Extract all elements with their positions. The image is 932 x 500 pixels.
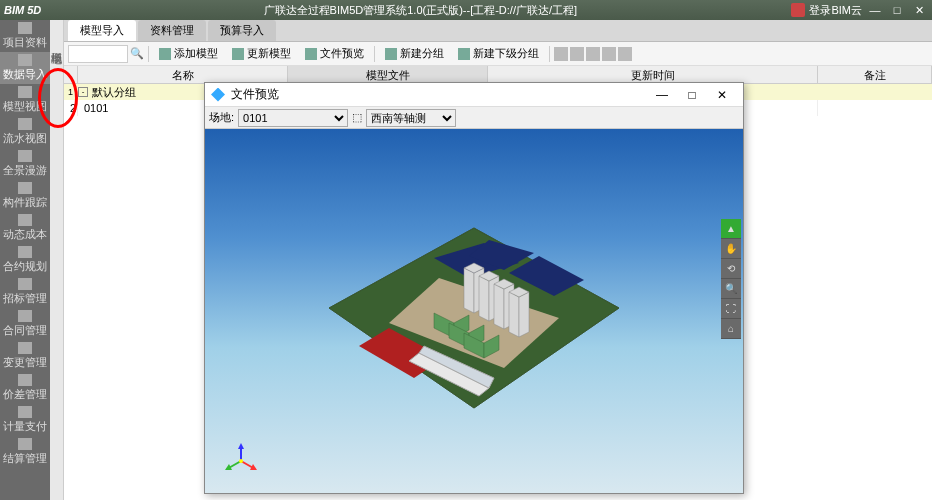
select-tool[interactable]: ▲ <box>721 219 741 239</box>
folder-plus-icon <box>385 48 397 60</box>
tool-icon-5[interactable] <box>618 47 632 61</box>
tool-icon-2[interactable] <box>570 47 584 61</box>
close-button[interactable]: ✕ <box>910 3 928 17</box>
avatar-icon[interactable] <box>791 3 805 17</box>
sidebar-item-contract[interactable]: 合约规划 <box>0 244 50 276</box>
sidebar-item-dataimport[interactable]: 数据导入 <box>0 52 50 84</box>
cloud-login[interactable]: 登录BIM云 <box>809 3 862 18</box>
th-file: 模型文件 <box>288 66 488 83</box>
sidebar-item-cost[interactable]: 动态成本 <box>0 212 50 244</box>
scene-label: 场地: <box>209 110 234 125</box>
sidebar-item-payment[interactable]: 计量支付 <box>0 404 50 436</box>
preview-max-button[interactable]: □ <box>677 88 707 102</box>
app-logo: BIM 5D <box>4 4 41 16</box>
viewport-tools: ▲ ✋ ⟲ 🔍 ⛶ ⌂ <box>721 219 741 339</box>
svg-marker-9 <box>479 276 489 321</box>
toolbar: 🔍 添加模型 更新模型 文件预览 新建分组 新建下级分组 <box>64 42 932 66</box>
tool-icon-1[interactable] <box>554 47 568 61</box>
minimize-button[interactable]: — <box>866 3 884 17</box>
collapse-icon[interactable]: - <box>78 87 88 97</box>
tool-icon-4[interactable] <box>602 47 616 61</box>
new-group-button[interactable]: 新建分组 <box>379 44 450 63</box>
preview-min-button[interactable]: — <box>647 88 677 102</box>
scene-select[interactable]: 0101 <box>238 109 348 127</box>
tool-icon-3[interactable] <box>586 47 600 61</box>
sidebar-item-pricediff[interactable]: 价差管理 <box>0 372 50 404</box>
sidebar-item-modelview[interactable]: 模型视图 <box>0 84 50 116</box>
window-title: 广联达全过程BIM5D管理系统1.0(正式版)--[工程-D://广联达/工程] <box>49 3 791 18</box>
import-icon <box>18 54 32 66</box>
pano-icon <box>18 150 32 162</box>
update-model-button[interactable]: 更新模型 <box>226 44 297 63</box>
svg-point-33 <box>239 459 243 463</box>
preview-titlebar[interactable]: 文件预览 — □ ✕ <box>205 83 743 107</box>
track-icon <box>18 182 32 194</box>
sidebar-item-agreement[interactable]: 合同管理 <box>0 308 50 340</box>
model-3d <box>319 218 629 418</box>
th-name: 名称 <box>78 66 288 83</box>
preview-title: 文件预览 <box>231 86 647 103</box>
sidebar-item-track[interactable]: 构件跟踪 <box>0 180 50 212</box>
flow-icon <box>18 118 32 130</box>
th-time: 更新时间 <box>488 66 818 83</box>
search-icon[interactable]: 🔍 <box>130 47 144 60</box>
subfolder-icon <box>458 48 470 60</box>
preview-close-button[interactable]: ✕ <box>707 88 737 102</box>
settle-icon <box>18 438 32 450</box>
cost-icon <box>18 214 32 226</box>
folder-icon <box>18 22 32 34</box>
svg-marker-28 <box>238 443 244 449</box>
tab-modelimport[interactable]: 模型导入 <box>68 20 136 41</box>
tab-material[interactable]: 资料管理 <box>138 20 206 41</box>
th-remark: 备注 <box>818 66 932 83</box>
fit-tool[interactable]: ⛶ <box>721 299 741 319</box>
axis-gizmo <box>223 443 259 479</box>
pay-icon <box>18 406 32 418</box>
bid-icon <box>18 278 32 290</box>
plus-icon <box>159 48 171 60</box>
preview-toolbar: 场地: 0101 ⬚ 西南等轴测 <box>205 107 743 129</box>
refresh-icon <box>232 48 244 60</box>
orbit-tool[interactable]: ⟲ <box>721 259 741 279</box>
tabs: 模型导入 资料管理 预算导入 <box>64 20 932 42</box>
titlebar: BIM 5D 广联达全过程BIM5D管理系统1.0(正式版)--[工程-D://… <box>0 0 932 20</box>
pan-tool[interactable]: ✋ <box>721 239 741 259</box>
sidebar-item-change[interactable]: 变更管理 <box>0 340 50 372</box>
maximize-button[interactable]: □ <box>888 3 906 17</box>
vertical-strip: 场地模型 <box>50 20 64 500</box>
eye-icon <box>305 48 317 60</box>
sidebar-item-bid[interactable]: 招标管理 <box>0 276 50 308</box>
add-model-button[interactable]: 添加模型 <box>153 44 224 63</box>
sidebar-item-flow[interactable]: 流水视图 <box>0 116 50 148</box>
new-subgroup-button[interactable]: 新建下级分组 <box>452 44 545 63</box>
svg-marker-6 <box>464 268 474 313</box>
svg-marker-12 <box>494 284 504 329</box>
sidebar: 项目资料 数据导入 模型视图 流水视图 全景漫游 构件跟踪 动态成本 合约规划 … <box>0 20 50 500</box>
contract-icon <box>18 246 32 258</box>
preview-window: 文件预览 — □ ✕ 场地: 0101 ⬚ 西南等轴测 <box>204 82 744 494</box>
tab-budget[interactable]: 预算导入 <box>208 20 276 41</box>
svg-marker-16 <box>519 292 529 337</box>
zoom-tool[interactable]: 🔍 <box>721 279 741 299</box>
sidebar-item-settle[interactable]: 结算管理 <box>0 436 50 468</box>
svg-marker-15 <box>509 292 519 337</box>
home-tool[interactable]: ⌂ <box>721 319 741 339</box>
sidebar-item-project[interactable]: 项目资料 <box>0 20 50 52</box>
viewport-3d[interactable]: ▲ ✋ ⟲ 🔍 ⛶ ⌂ <box>205 129 743 493</box>
cube-icon <box>18 86 32 98</box>
view-select[interactable]: 西南等轴测 <box>366 109 456 127</box>
agree-icon <box>18 310 32 322</box>
preview-button[interactable]: 文件预览 <box>299 44 370 63</box>
view-icon: ⬚ <box>352 111 362 124</box>
preview-app-icon <box>211 88 225 102</box>
change-icon <box>18 342 32 354</box>
search-input[interactable] <box>68 45 128 63</box>
price-icon <box>18 374 32 386</box>
sidebar-item-pano[interactable]: 全景漫游 <box>0 148 50 180</box>
